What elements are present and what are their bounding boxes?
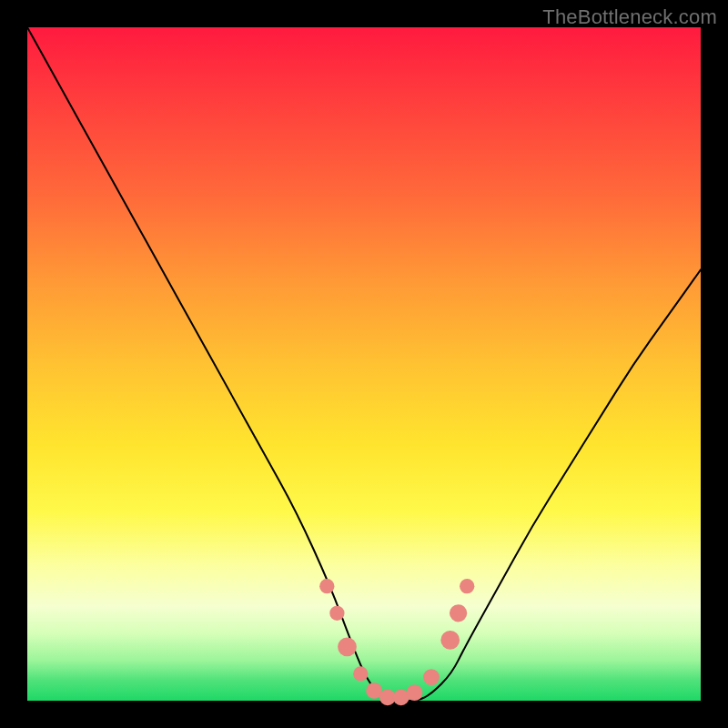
curve-marker (460, 579, 474, 593)
bottleneck-curve-svg (27, 27, 701, 701)
curve-markers (319, 579, 474, 705)
curve-marker (423, 669, 440, 685)
curve-marker (353, 666, 368, 681)
curve-marker (329, 606, 344, 621)
curve-marker (450, 604, 467, 622)
chart-frame: TheBottleneck.com (0, 0, 728, 728)
bottleneck-curve (27, 27, 701, 701)
curve-marker (407, 684, 423, 701)
plot-area (27, 27, 701, 701)
curve-marker (338, 637, 357, 656)
curve-marker (319, 579, 334, 593)
curve-marker (440, 631, 460, 650)
watermark-text: TheBottleneck.com (542, 5, 717, 29)
